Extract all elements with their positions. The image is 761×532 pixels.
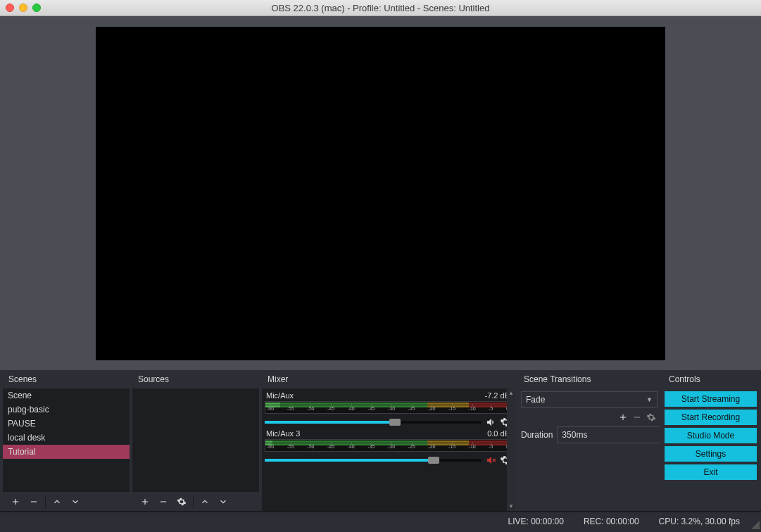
scene-item[interactable]: PAUSE (3, 417, 130, 431)
volume-slider[interactable] (265, 459, 482, 462)
mixer-channel: Mic/Aux-7.2 dB-60-55-50-45-40-35-30-25-2… (265, 391, 511, 428)
channel-name: Mic/Aux (266, 391, 294, 400)
move-source-up-button[interactable] (196, 494, 213, 509)
transitions-panel: Scene Transitions Fade ▼ Duration ▲ ▼ (518, 370, 660, 511)
slider-thumb[interactable] (428, 457, 439, 464)
scenes-header: Scenes (3, 370, 130, 388)
volume-meter: -60-55-50-45-40-35-30-25-20-15-10-50 (265, 401, 511, 414)
maximize-window-button[interactable] (32, 4, 41, 12)
add-scene-button[interactable] (7, 494, 24, 509)
remove-transition-button[interactable] (632, 412, 642, 422)
move-scene-down-button[interactable] (67, 494, 84, 509)
add-source-button[interactable] (137, 494, 153, 509)
start-streaming-button[interactable]: Start Streaming (665, 391, 757, 407)
status-cpu: CPU: 3.2%, 30.00 fps (659, 517, 740, 526)
channel-name: Mic/Aux 3 (266, 429, 300, 438)
scroll-up-icon[interactable]: ▲ (508, 390, 514, 396)
mixer-scrollbar[interactable]: ▲ ▼ (507, 388, 515, 511)
chevron-down-icon: ▼ (646, 396, 653, 403)
volume-meter: -60-55-50-45-40-35-30-25-20-15-10-50 (265, 439, 511, 452)
transition-properties-button[interactable] (646, 412, 656, 422)
scene-item[interactable]: local desk (3, 431, 130, 445)
scene-item[interactable]: pubg-basic (3, 403, 130, 417)
mute-icon[interactable] (486, 455, 497, 466)
titlebar: OBS 22.0.3 (mac) - Profile: Untitled - S… (0, 0, 761, 16)
scroll-down-icon[interactable]: ▼ (508, 503, 514, 509)
scene-item[interactable]: Tutorial (3, 445, 130, 459)
transitions-body: Fade ▼ Duration ▲ ▼ (518, 388, 660, 511)
remove-scene-button[interactable] (25, 494, 42, 509)
volume-slider[interactable] (265, 421, 482, 424)
scenes-panel: Scenes Scenepubg-basicPAUSElocal deskTut… (3, 370, 130, 511)
scene-item[interactable]: Scene (3, 388, 130, 403)
mixer-header: Mixer (262, 370, 515, 388)
controls-panel: Controls Start StreamingStart RecordingS… (663, 370, 758, 511)
controls-header: Controls (663, 370, 758, 388)
traffic-lights (6, 4, 41, 12)
status-bar: LIVE: 00:00:00 REC: 00:00:00 CPU: 3.2%, … (0, 511, 761, 531)
settings-button[interactable]: Settings (665, 446, 757, 462)
channel-db: -7.2 dB (485, 391, 510, 400)
status-rec: REC: 00:00:00 (584, 517, 639, 526)
mixer-panel: Mixer Mic/Aux-7.2 dB-60-55-50-45-40-35-3… (262, 370, 515, 511)
transition-select[interactable]: Fade ▼ (521, 391, 658, 408)
resize-grip[interactable] (750, 519, 760, 529)
exit-button[interactable]: Exit (665, 464, 757, 480)
preview-canvas[interactable] (96, 27, 665, 360)
transition-select-value: Fade (526, 395, 545, 405)
transitions-header: Scene Transitions (518, 370, 660, 388)
mixer-channel: Mic/Aux 30.0 dB-60-55-50-45-40-35-30-25-… (265, 429, 511, 466)
scenes-footer (3, 491, 130, 511)
studio-mode-button[interactable]: Studio Mode (665, 428, 757, 443)
duration-input[interactable] (558, 427, 660, 443)
sources-footer (132, 491, 259, 511)
close-window-button[interactable] (6, 4, 14, 12)
remove-source-button[interactable] (155, 494, 172, 509)
add-transition-button[interactable] (618, 412, 628, 422)
window-title: OBS 22.0.3 (mac) - Profile: Untitled - S… (272, 3, 490, 13)
slider-thumb[interactable] (389, 419, 401, 426)
duration-label: Duration (521, 430, 553, 440)
mixer-body: Mic/Aux-7.2 dB-60-55-50-45-40-35-30-25-2… (262, 388, 515, 511)
preview-area (0, 20, 761, 370)
duration-spinner[interactable]: ▲ ▼ (557, 426, 660, 443)
move-scene-up-button[interactable] (49, 494, 65, 509)
start-recording-button[interactable]: Start Recording (665, 410, 757, 425)
status-live: LIVE: 00:00:00 (508, 517, 563, 526)
sources-header: Sources (132, 370, 259, 388)
minimize-window-button[interactable] (19, 4, 27, 12)
scenes-list: Scenepubg-basicPAUSElocal deskTutorial (3, 388, 130, 491)
source-properties-button[interactable] (173, 494, 190, 509)
move-source-down-button[interactable] (215, 494, 232, 509)
sources-panel: Sources (132, 370, 259, 511)
sources-list[interactable] (132, 388, 259, 491)
speaker-icon[interactable] (486, 417, 497, 428)
